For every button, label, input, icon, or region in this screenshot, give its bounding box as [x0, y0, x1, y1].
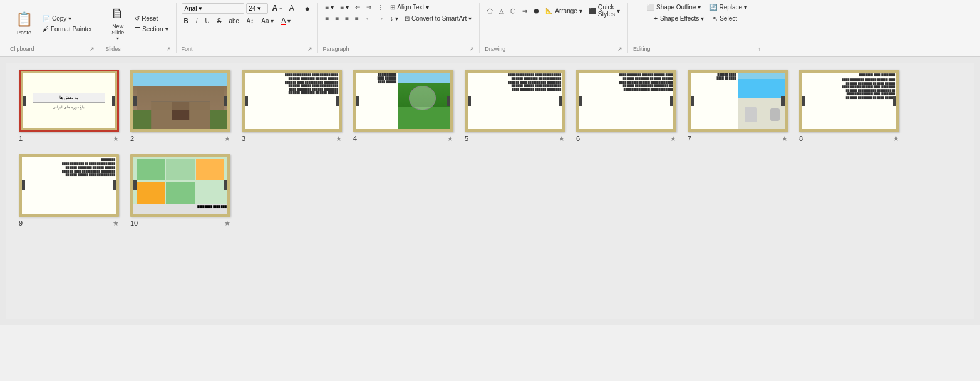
- new-slide-button[interactable]: 🗎 NewSlide ▾: [105, 3, 130, 44]
- map-cell-5: [166, 182, 194, 204]
- shape-effects-button[interactable]: ✦ Shape Effects ▾: [651, 14, 706, 23]
- shadow-icon: abc: [229, 18, 239, 24]
- slide-item-10[interactable]: ████ ████ ████ ████ 10 ★: [130, 154, 230, 227]
- shape-outline-button[interactable]: ⬜ Shape Outline ▾: [644, 3, 703, 12]
- replace-label: Replace: [719, 4, 742, 11]
- slide-item-5[interactable]: ████ ██████ ████ ██ ████████ ████ ██████…: [465, 70, 565, 143]
- clipboard-expand-icon[interactable]: ↗: [90, 46, 95, 52]
- slide-item-4[interactable]: ████ ██████████ ██ ██████████ ████ 4 ★: [353, 70, 453, 143]
- shape-5[interactable]: ⬣: [531, 3, 542, 19]
- font-color-icon: A: [281, 17, 286, 25]
- slide-10-left-bar: [132, 180, 137, 190]
- slide-thumb-6[interactable]: ████ ██████ ████ ██ ████████ ████ ██████…: [576, 70, 676, 132]
- select-button[interactable]: ↖ Select -: [710, 14, 743, 23]
- font-name-selector[interactable]: Arial ▾: [182, 3, 244, 14]
- increase-indent-button[interactable]: ⇒: [364, 3, 374, 12]
- shadow-button[interactable]: abc: [226, 16, 241, 26]
- slide-item-2[interactable]: 2 ★: [130, 70, 230, 143]
- paste-icon: 📋: [16, 11, 33, 28]
- slide-number-1: 1 ★: [19, 135, 119, 143]
- slide-5-text: ████ ██████ ████ ██ ████████ ████ ██████…: [468, 73, 561, 91]
- font-expand-icon[interactable]: ↗: [307, 46, 312, 52]
- slide-thumb-9[interactable]: ████████ ████ ██████ ████ ██ ████████ ██…: [19, 154, 119, 217]
- smartart-icon: ⊡: [405, 15, 410, 22]
- shape-4[interactable]: ⇒: [520, 3, 530, 19]
- decrease-indent-button[interactable]: ⇐: [353, 3, 363, 12]
- italic-button[interactable]: I: [193, 16, 200, 26]
- slide-7-text: ████ ██████████ ██ ████: [689, 71, 738, 131]
- slide-number-9: 9 ★: [19, 219, 119, 227]
- ltr-button[interactable]: →: [375, 14, 386, 23]
- slide-star-10: ★: [224, 219, 230, 227]
- quick-styles-button[interactable]: ⬛ QuickStyles ▾: [586, 3, 622, 19]
- slide-thumb-5[interactable]: ████ ██████ ████ ██ ████████ ████ ██████…: [465, 70, 565, 132]
- slide-thumb-10[interactable]: ████ ████ ████ ████: [130, 154, 230, 217]
- decrease-font-button[interactable]: A-: [287, 3, 301, 14]
- align-text-button[interactable]: ⊞ Align Text ▾: [388, 3, 431, 12]
- drawing-group-content: ⬠ △ ⬡ ⇒ ⬣ 📐 Arrange ▾ ⬛ QuickStyles ▾: [485, 3, 622, 44]
- replace-button[interactable]: 🔄 Replace ▾: [707, 3, 750, 12]
- numbering-button[interactable]: ≡▾: [338, 3, 351, 12]
- sculpture-shape-1: [745, 107, 757, 122]
- char-spacing-button[interactable]: A↕: [244, 16, 257, 26]
- columns-button[interactable]: ⋮: [375, 3, 386, 12]
- smartart-button[interactable]: ⊡ Convert to SmartArt ▾: [402, 14, 474, 23]
- strikethrough-button[interactable]: S: [215, 16, 224, 26]
- slide-item-9[interactable]: ████████ ████ ██████ ████ ██ ████████ ██…: [19, 154, 119, 227]
- slide-item-7[interactable]: ████ ██████████ ██ ████: [688, 70, 788, 143]
- font-color-button[interactable]: A ▾: [279, 16, 293, 26]
- font-size-arrow: ▾: [257, 4, 261, 13]
- arrange-button[interactable]: 📐 Arrange ▾: [543, 3, 585, 19]
- slide-thumb-3[interactable]: ████ ██████ ████ ██ ████████ ████ ██████…: [242, 70, 342, 132]
- slide-thumb-8[interactable]: ████████ ████ ████████ ████ ██████ ████ …: [799, 70, 899, 132]
- slide-item-6[interactable]: ████ ██████ ████ ██ ████████ ████ ██████…: [576, 70, 676, 143]
- shape-3[interactable]: ⬡: [508, 3, 518, 19]
- slide-item-8[interactable]: ████████ ████ ████████ ████ ██████ ████ …: [799, 70, 899, 143]
- slide-thumb-1[interactable]: به نقش ها باغ موزه های ایرانی: [19, 70, 119, 132]
- font-group: Arial ▾ 24 ▾ A+ A- ◆ B I U S abc: [177, 3, 318, 53]
- drawing-expand-icon[interactable]: ↗: [617, 46, 622, 52]
- format-painter-icon: 🖌: [43, 26, 49, 33]
- slide-1-content: به نقش ها باغ موزه های ایرانی: [21, 71, 117, 130]
- slide-1-right-bar: [112, 96, 117, 106]
- copy-button[interactable]: 📄 Copy ▾: [40, 14, 95, 23]
- rtl-button[interactable]: ←: [363, 14, 374, 23]
- editing-expand-icon[interactable]: ↑: [758, 46, 761, 52]
- paste-label: Paste: [17, 29, 31, 36]
- drawing-group: ⬠ △ ⬡ ⇒ ⬣ 📐 Arrange ▾ ⬛ QuickStyles ▾: [480, 3, 628, 53]
- reset-button[interactable]: ↺ Reset: [132, 14, 170, 23]
- slide-9-title: ████████: [23, 158, 115, 161]
- align-right-button[interactable]: ≡: [343, 14, 351, 23]
- slide-thumb-4[interactable]: ████ ██████████ ██ ██████████ ████: [353, 70, 453, 132]
- slide-7-pool: [738, 71, 787, 98]
- increase-font-button[interactable]: A+: [270, 3, 285, 14]
- line-spacing-button[interactable]: ↕▾: [388, 14, 401, 23]
- slide-item-3[interactable]: ████ ██████ ████ ██ ████████ ████ ██████…: [242, 70, 342, 143]
- slide-8-heading: ████████ ████ ████████: [803, 73, 895, 77]
- slide-5-right-bar: [559, 96, 564, 106]
- paragraph-expand-icon[interactable]: ↗: [469, 46, 474, 52]
- change-case-button[interactable]: Aa▾: [259, 16, 276, 26]
- paste-button[interactable]: 📋 Paste: [10, 7, 38, 41]
- slide-thumb-2[interactable]: [130, 70, 230, 132]
- bullets-button[interactable]: ≡▾: [323, 3, 337, 12]
- slide-8-right-bar: [893, 96, 898, 106]
- align-center-button[interactable]: ≡: [333, 14, 341, 23]
- align-left-button[interactable]: ≡: [323, 14, 332, 23]
- editing-row1: ⬜ Shape Outline ▾ 🔄 Replace ▾: [644, 3, 750, 12]
- reset-icon: ↺: [135, 15, 140, 22]
- shape-2[interactable]: △: [497, 3, 507, 19]
- slide-item-1[interactable]: به نقش ها باغ موزه های ایرانی 1 ★: [19, 70, 119, 143]
- bold-button[interactable]: B: [182, 16, 191, 26]
- shape-1[interactable]: ⬠: [485, 3, 495, 19]
- section-button[interactable]: ☰ Section ▾: [132, 24, 170, 34]
- underline-button[interactable]: U: [203, 16, 212, 26]
- slides-expand-icon[interactable]: ↗: [166, 46, 171, 52]
- slide-num-label-5: 5: [465, 135, 468, 143]
- slide-thumb-7[interactable]: ████ ██████████ ██ ████: [688, 70, 788, 132]
- justify-button[interactable]: ≡: [353, 14, 361, 23]
- format-painter-button[interactable]: 🖌 Format Painter: [40, 24, 95, 34]
- slide-star-1: ★: [113, 135, 119, 143]
- font-size-selector[interactable]: 24 ▾: [246, 3, 268, 14]
- font-diamond-button[interactable]: ◆: [302, 4, 312, 13]
